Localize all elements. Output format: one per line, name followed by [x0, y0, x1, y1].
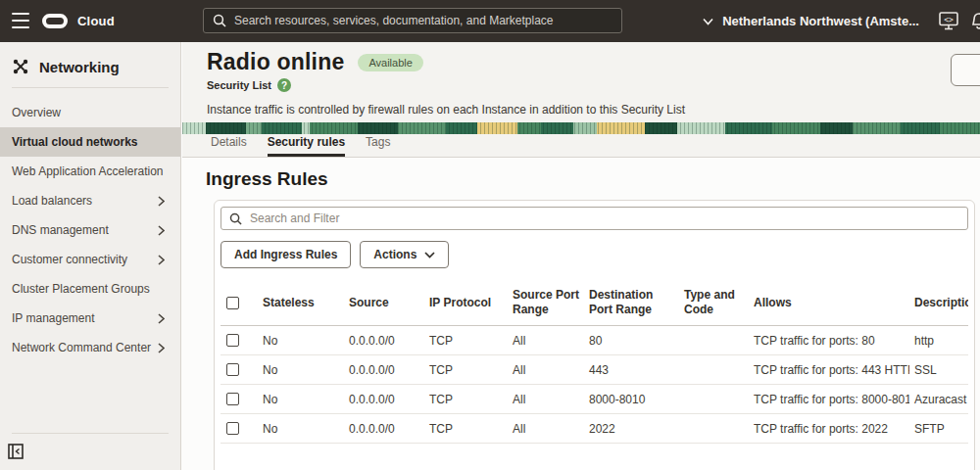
row-checkbox[interactable] [226, 334, 239, 347]
page-description: Instance traffic is controlled by firewa… [207, 103, 980, 117]
col-stateless: Stateless [258, 292, 344, 314]
sidebar-item-network-command-center[interactable]: Network Command Center [0, 333, 180, 362]
col-source-port-range: Source Port Range [508, 284, 584, 321]
chevron-right-icon [158, 225, 165, 236]
help-icon[interactable]: ? [277, 78, 291, 92]
sidebar-footer [0, 433, 180, 470]
sidebar-item-customer-connectivity[interactable]: Customer connectivity [0, 245, 180, 274]
row-checkbox[interactable] [226, 422, 239, 435]
select-all-checkbox[interactable] [226, 297, 239, 309]
collapse-sidebar-icon[interactable] [8, 444, 24, 462]
table-header-row: Stateless Source IP Protocol Source Port… [220, 280, 968, 326]
region-selector[interactable]: Netherlands Northwest (Amste... [703, 0, 919, 42]
col-ip-protocol: IP Protocol [424, 292, 508, 314]
oracle-logo-icon [42, 14, 68, 28]
notifications-bell-icon[interactable] [969, 12, 980, 33]
cloud-shell-icon[interactable]: <> [939, 12, 958, 33]
resource-type-label: Security List [207, 79, 271, 91]
main-content: Radio online Available Security List ? I… [182, 42, 980, 470]
sidebar-item-web-application-acceleration[interactable]: Web Application Acceleration [0, 157, 180, 186]
row-checkbox[interactable] [226, 363, 239, 376]
table-row: No 0.0.0.0/0 TCP All 2022 TCP traffic fo… [220, 414, 968, 444]
actions-button[interactable]: Actions [360, 241, 449, 268]
sidebar-item-dns-management[interactable]: DNS management [0, 215, 180, 245]
filter-input[interactable] [250, 212, 959, 225]
brand-label: Cloud [77, 14, 115, 28]
row-checkbox[interactable] [226, 393, 239, 405]
tab-tags[interactable]: Tags [366, 135, 390, 157]
chevron-right-icon [158, 255, 165, 265]
tab-security-rules[interactable]: Security rules [268, 135, 345, 157]
svg-text:<>: <> [944, 16, 954, 24]
tab-details[interactable]: Details [211, 135, 247, 157]
sidebar-nav: Overview Virtual cloud networks Web Appl… [0, 98, 180, 362]
sidebar-item-overview[interactable]: Overview [0, 98, 180, 127]
table-row: No 0.0.0.0/0 TCP All 443 TCP traffic for… [220, 355, 968, 385]
filter-box[interactable] [220, 207, 968, 230]
ingress-rules-card: Add Ingress Rules Actions Stateless Sour… [214, 200, 975, 470]
global-search[interactable] [203, 8, 622, 33]
table-row: No 0.0.0.0/0 TCP All 80 TCP traffic for … [220, 326, 968, 355]
page-header: Radio online Available Security List ? I… [182, 42, 980, 122]
col-allows: Allows [749, 292, 909, 314]
networking-icon [12, 58, 29, 75]
table-row: No 0.0.0.0/0 TCP All 8000-8010 TCP traff… [220, 385, 968, 414]
col-description: Description [909, 292, 968, 314]
sidebar-item-load-balancers[interactable]: Load balancers [0, 186, 180, 215]
divider [12, 433, 169, 434]
divider [12, 87, 169, 88]
col-destination-port-range: Destination Port Range [584, 284, 679, 321]
chevron-right-icon [158, 343, 165, 353]
sidebar-header: Networking [0, 42, 180, 87]
chevron-right-icon [158, 196, 165, 207]
add-ingress-rules-button[interactable]: Add Ingress Rules [220, 241, 351, 268]
topbar: Cloud Netherlands Northwest (Amste... <> [0, 0, 980, 42]
sidebar: Networking Overview Virtual cloud networ… [0, 42, 181, 470]
decorative-banner-image [182, 122, 980, 134]
tab-content: Ingress Rules Add Ingress Rules Actions [182, 158, 980, 470]
sidebar-item-ip-management[interactable]: IP management [0, 304, 180, 333]
col-type-and-code: Type and Code [679, 284, 749, 321]
page-title: Radio online [207, 49, 344, 75]
section-title: Ingress Rules [206, 168, 980, 190]
search-icon [213, 14, 226, 27]
status-badge: Available [358, 54, 422, 71]
global-search-input[interactable] [234, 14, 612, 27]
sidebar-title: Networking [39, 59, 120, 75]
ingress-rules-table: Stateless Source IP Protocol Source Port… [220, 280, 968, 444]
brand[interactable]: Cloud [42, 0, 115, 42]
search-icon [229, 212, 242, 225]
header-action-button-cutoff[interactable] [951, 54, 980, 86]
hamburger-menu-icon[interactable] [12, 13, 29, 28]
region-label: Netherlands Northwest (Amste... [722, 14, 919, 28]
chevron-down-icon [703, 18, 713, 25]
chevron-right-icon [158, 313, 165, 324]
sidebar-item-virtual-cloud-networks[interactable]: Virtual cloud networks [0, 127, 180, 157]
col-source: Source [344, 292, 424, 314]
chevron-down-icon [424, 252, 435, 258]
sidebar-item-cluster-placement-groups[interactable]: Cluster Placement Groups [0, 274, 180, 304]
tabbar: Details Security rules Tags [182, 134, 980, 158]
